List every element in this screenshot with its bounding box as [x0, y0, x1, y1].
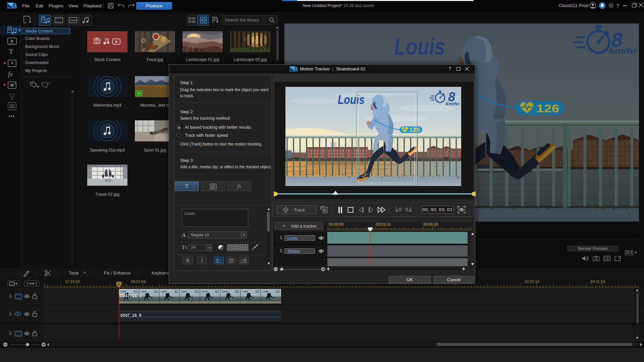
- svg-text:23;21;12: 23;21;12: [525, 280, 540, 284]
- svg-text:18;21;04: 18;21;04: [131, 280, 146, 284]
- svg-text:00;03;10: 00;03;10: [376, 222, 391, 226]
- svg-text:24;11;14: 24;11;14: [590, 280, 605, 284]
- svg-text:00;06;20: 00;06;20: [423, 222, 438, 226]
- svg-text:Louis: Louis: [161, 290, 167, 293]
- svg-text:Louis: Louis: [120, 290, 126, 293]
- svg-text:km/hr: km/hr: [609, 46, 638, 55]
- svg-text:Louis: Louis: [242, 290, 248, 293]
- svg-text:Louis: Louis: [202, 290, 208, 293]
- svg-text:Louis: Louis: [181, 290, 187, 293]
- svg-text:Louis: Louis: [394, 34, 445, 60]
- svg-text:126: 126: [536, 102, 559, 115]
- svg-text:Louis: Louis: [141, 290, 147, 293]
- svg-text:Louis: Louis: [263, 290, 269, 293]
- svg-text:km/hr: km/hr: [446, 101, 460, 106]
- svg-text:00;00;00: 00;00;00: [329, 222, 344, 226]
- svg-text:17;31;02: 17;31;02: [65, 280, 80, 284]
- svg-text:Louis: Louis: [222, 290, 228, 293]
